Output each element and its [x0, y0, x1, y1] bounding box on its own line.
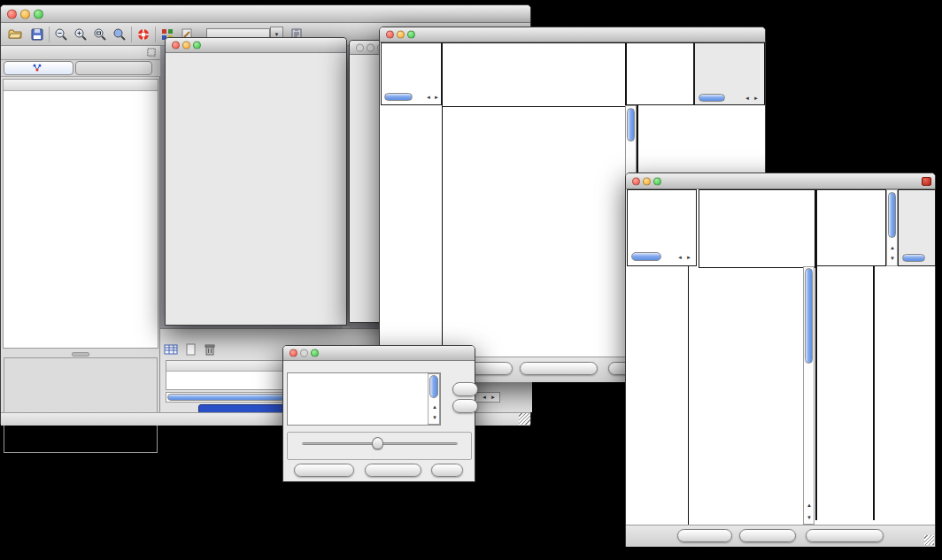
tv1-column-labels-panel: [625, 42, 694, 105]
zoom-window-icon: [34, 9, 43, 19]
main-titlebar[interactable]: [1, 5, 530, 23]
select-attributes-icon[interactable]: [164, 342, 178, 357]
netview1-titlebar[interactable]: [166, 38, 346, 53]
zoom-selected-icon[interactable]: [112, 27, 127, 42]
scroll-down-icon[interactable]: ▼: [890, 256, 895, 261]
tv2-vscroll-thumb[interactable]: [805, 268, 813, 364]
window-controls[interactable]: [290, 349, 319, 357]
zoom-window-icon: [311, 349, 319, 357]
control-panel-tabs: [1, 60, 160, 77]
open-folder-icon[interactable]: [8, 27, 22, 42]
tv1-column-dendrogram[interactable]: [442, 42, 626, 107]
desktop: { "main_window": { "title": "Cytoscape D…: [0, 0, 942, 560]
tab-vizmapper[interactable]: [75, 61, 152, 75]
control-panel: [1, 46, 160, 412]
panel-splitter[interactable]: [1, 350, 160, 357]
scroll-left-icon[interactable]: ◄: [677, 255, 683, 260]
resize-grip[interactable]: [519, 413, 530, 425]
delete-attribute-icon[interactable]: [203, 342, 217, 357]
network-overview-panel[interactable]: [4, 357, 158, 453]
treeview2-window: ◄ ► ▲ ▼ ▲ ▼: [625, 173, 936, 547]
tv1-export-graphics-button[interactable]: [520, 362, 598, 375]
tv2-row-dendrogram[interactable]: [627, 266, 687, 525]
speed-slider-thumb[interactable]: [372, 437, 383, 449]
treeview2-titlebar[interactable]: [626, 173, 935, 189]
tv2-heatmap[interactable]: [688, 266, 803, 525]
toolbar-separator: [49, 27, 50, 42]
tv1-view-status-panel: ◄ ►: [381, 42, 442, 105]
tv2-zoom-heatmap[interactable]: [815, 266, 874, 520]
tv2-settings-button[interactable]: [677, 529, 732, 542]
window-controls[interactable]: [386, 31, 415, 39]
tab-network[interactable]: [4, 61, 73, 75]
tv1-row-dendrogram[interactable]: [380, 105, 442, 357]
dialog-titlebar[interactable]: [283, 346, 475, 361]
tv2-status-scroll-thumb[interactable]: [631, 252, 661, 261]
help-lifebuoy-icon[interactable]: [136, 27, 151, 42]
labels-vscroll-thumb[interactable]: [888, 192, 896, 238]
new-attribute-icon[interactable]: [183, 342, 197, 357]
scroll-down-icon[interactable]: ▼: [432, 415, 437, 420]
minimize-icon: [20, 9, 30, 19]
tv1-heatmap[interactable]: [442, 105, 625, 357]
zoom-in-icon[interactable]: [73, 27, 88, 42]
window-controls[interactable]: [172, 42, 201, 50]
scroll-right-icon[interactable]: ►: [753, 96, 759, 101]
scroll-down-icon[interactable]: ▼: [807, 515, 812, 520]
minimize-icon: [643, 177, 651, 185]
tv2-column-dendrogram[interactable]: [699, 189, 815, 268]
close-icon: [386, 31, 394, 39]
save-icon[interactable]: [30, 27, 44, 42]
close-icon: [356, 43, 364, 51]
resize-grip[interactable]: [924, 535, 934, 545]
tv2-save-data-button[interactable]: [739, 529, 796, 542]
scroll-left-icon[interactable]: ◄: [426, 95, 431, 100]
zoom-window-icon: [407, 31, 415, 39]
tv2-usage-hints-panel: [898, 189, 936, 266]
animate-vizmap-button[interactable]: [294, 464, 354, 477]
tv2-vscrollbar[interactable]: ▲ ▼: [803, 266, 815, 525]
tv1-vscroll-thumb[interactable]: [627, 108, 635, 142]
map-colors-dialog: ▲ ▼: [282, 345, 475, 482]
tv2-column-labels: [815, 189, 886, 266]
zoom-window-icon: [193, 42, 201, 50]
zoom-fit-icon[interactable]: [93, 27, 107, 42]
network-tree-icon: [33, 64, 42, 73]
done-button[interactable]: [431, 464, 463, 477]
scroll-up-icon[interactable]: ▲: [432, 404, 437, 410]
tv1-hints-scroll-thumb[interactable]: [699, 94, 725, 102]
move-down-button[interactable]: [452, 399, 478, 413]
tv2-gene-labels: [873, 266, 907, 520]
zoom-window-icon: [653, 177, 661, 185]
close-icon: [290, 349, 297, 357]
window-app-icon: [922, 177, 931, 186]
scroll-left-icon[interactable]: ◄: [482, 395, 487, 400]
float-panel-icon[interactable]: [147, 48, 157, 58]
tv2-export-graphics-button[interactable]: [806, 529, 884, 542]
tv2-labels-vscrollbar[interactable]: ▲ ▼: [886, 189, 898, 266]
network-canvas-1[interactable]: [166, 53, 345, 325]
tv1-similarity-matrix[interactable]: [640, 105, 691, 150]
scroll-left-icon[interactable]: ◄: [745, 96, 750, 101]
minimize-icon: [397, 31, 405, 39]
tv1-usage-hints-panel: ◄ ►: [694, 42, 765, 105]
close-icon: [632, 177, 640, 185]
attribute-list-scrollbar[interactable]: ▲ ▼: [428, 373, 440, 425]
tv2-button-bar: [626, 525, 935, 547]
network-table-header: [4, 80, 158, 91]
scroll-up-icon[interactable]: ▲: [807, 502, 812, 508]
window-controls[interactable]: [7, 9, 43, 19]
window-controls[interactable]: [632, 177, 661, 185]
scroll-right-icon[interactable]: ►: [434, 95, 439, 100]
zoom-out-icon[interactable]: [54, 27, 68, 42]
tv2-hints-scroll-thumb[interactable]: [902, 254, 925, 262]
treeview1-titlebar[interactable]: [380, 27, 765, 42]
scroll-right-icon[interactable]: ►: [490, 395, 496, 400]
tv1-status-scroll-thumb[interactable]: [384, 93, 413, 101]
list-vscroll-thumb[interactable]: [429, 375, 438, 398]
close-icon: [7, 9, 17, 19]
scroll-right-icon[interactable]: ►: [686, 255, 691, 260]
move-up-button[interactable]: [452, 382, 478, 396]
create-vizmap-button[interactable]: [365, 464, 421, 477]
scroll-up-icon[interactable]: ▲: [890, 245, 895, 250]
